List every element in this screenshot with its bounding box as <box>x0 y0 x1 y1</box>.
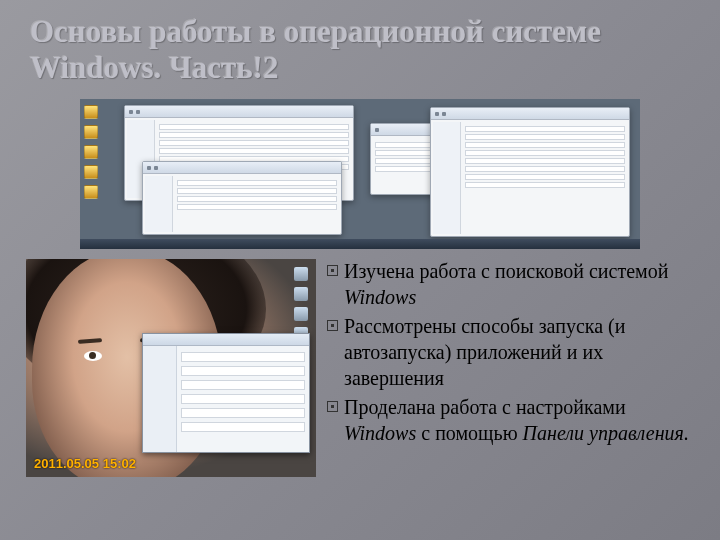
bullet-text: Проделана работа с настройками Windows с… <box>344 395 694 446</box>
desktop-icon <box>294 287 308 301</box>
list-item: Изучена работа с поисковой системой Wind… <box>320 259 694 310</box>
taskbar <box>80 239 640 249</box>
desktop-icon <box>294 267 308 281</box>
list-item: Проделана работа с настройками Windows с… <box>320 395 694 446</box>
webcam-desktop-photo: 2011.05.05 15:02 <box>26 259 316 477</box>
bullet-text: Рассмотрены способы запуска (и автозапус… <box>344 314 694 391</box>
bullet-marker <box>320 314 344 391</box>
bullet-text: Изучена работа с поисковой системой Wind… <box>344 259 694 310</box>
bullet-marker <box>320 259 344 310</box>
folder-icon <box>84 185 98 199</box>
folder-icon <box>84 165 98 179</box>
explorer-window <box>142 333 310 453</box>
folder-icon <box>84 145 98 159</box>
slide-title: Основы работы в операционной системе Win… <box>0 0 720 93</box>
folder-icon <box>84 125 98 139</box>
bullet-list: Изучена работа с поисковой системой Wind… <box>320 259 694 477</box>
photo-timestamp: 2011.05.05 15:02 <box>34 456 136 471</box>
explorer-window <box>142 161 342 235</box>
control-panel-window <box>430 107 630 237</box>
folder-icon <box>84 105 98 119</box>
bullet-marker <box>320 395 344 446</box>
list-item: Рассмотрены способы запуска (и автозапус… <box>320 314 694 391</box>
desktop-icons <box>84 105 114 245</box>
screenshot-collage <box>80 99 640 249</box>
desktop-icon <box>294 307 308 321</box>
